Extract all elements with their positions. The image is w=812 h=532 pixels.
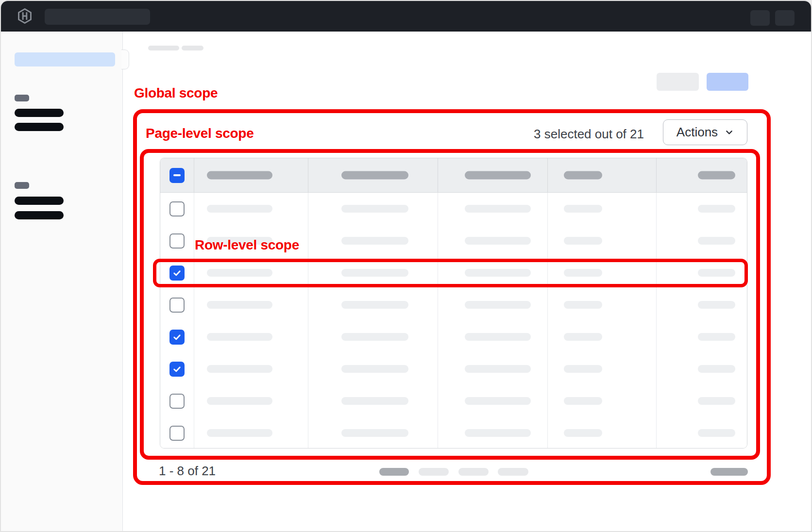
table-row (160, 321, 747, 353)
search-input-skeleton[interactable] (45, 9, 150, 25)
table-row (160, 385, 747, 417)
cell-skeleton (564, 397, 602, 405)
cell-skeleton (207, 397, 272, 405)
topbar (1, 1, 811, 32)
cell-skeleton (564, 365, 602, 373)
cell-skeleton (465, 397, 531, 405)
row-checkbox[interactable] (169, 330, 185, 345)
column-header-skeleton (341, 171, 408, 180)
cell-skeleton (564, 301, 602, 309)
breadcrumb-skeleton[interactable] (182, 46, 203, 50)
table-row (160, 353, 747, 385)
row-checkbox[interactable] (169, 298, 185, 313)
table-header-row (160, 158, 747, 193)
column-header-skeleton (207, 171, 272, 180)
sidebar-section-label-skeleton (15, 182, 29, 189)
cell-skeleton (564, 205, 602, 213)
row-checkbox[interactable] (169, 201, 185, 216)
table-row (160, 417, 747, 449)
cell-skeleton (207, 237, 272, 245)
cell-skeleton (465, 301, 531, 309)
cell-skeleton (341, 205, 408, 213)
cell-skeleton (465, 333, 531, 341)
table-body (160, 193, 747, 449)
cell-skeleton (698, 205, 735, 213)
sidebar (1, 32, 123, 532)
cell-skeleton (207, 333, 272, 341)
sidebar-section-label-skeleton (15, 95, 29, 101)
row-checkbox[interactable] (169, 426, 185, 441)
column-header-skeleton (698, 171, 735, 180)
table-row (160, 225, 747, 257)
cell-skeleton (698, 429, 735, 437)
cell-skeleton (207, 365, 272, 373)
cell-skeleton (207, 205, 272, 213)
data-table (160, 158, 747, 449)
cell-skeleton (341, 397, 408, 405)
table-row (160, 193, 747, 225)
cell-skeleton (698, 365, 735, 373)
cell-skeleton (698, 301, 735, 309)
cell-skeleton (698, 397, 735, 405)
cell-skeleton (207, 269, 272, 277)
pagination-range-label: 1 - 8 of 21 (159, 464, 216, 479)
pagination-control-skeleton[interactable] (458, 468, 489, 476)
primary-button-skeleton[interactable] (707, 73, 748, 91)
sidebar-nav-item-skeleton[interactable] (15, 211, 64, 219)
column-header-skeleton (465, 171, 531, 180)
column-header-skeleton (564, 171, 602, 180)
cell-skeleton (564, 237, 602, 245)
page-scope-label: Page-level scope (146, 126, 254, 141)
pagination-control-skeleton[interactable] (498, 468, 528, 476)
cell-skeleton (341, 333, 408, 341)
pagination-control-skeleton[interactable] (379, 468, 409, 476)
table-row (160, 289, 747, 321)
actions-button-label: Actions (677, 125, 718, 140)
cell-skeleton (341, 237, 408, 245)
sidebar-active-item-skeleton[interactable] (15, 52, 115, 66)
sidebar-nav-item-skeleton[interactable] (15, 109, 64, 117)
chevron-down-icon (725, 128, 734, 137)
cell-skeleton (564, 269, 602, 277)
sidebar-collapse-handle[interactable] (121, 50, 129, 69)
cell-skeleton (564, 429, 602, 437)
cell-skeleton (564, 333, 602, 341)
table-row (160, 257, 747, 289)
cell-skeleton (207, 429, 272, 437)
user-menu-skeleton[interactable] (775, 10, 795, 26)
row-checkbox[interactable] (169, 362, 185, 377)
hashicorp-logo-icon[interactable] (17, 8, 33, 24)
cell-skeleton (465, 429, 531, 437)
secondary-button-skeleton[interactable] (657, 73, 699, 91)
selection-summary: 3 selected out of 21 (534, 127, 644, 142)
sidebar-nav-item-skeleton[interactable] (15, 197, 64, 205)
cell-skeleton (341, 429, 408, 437)
cell-skeleton (341, 365, 408, 373)
cell-skeleton (465, 205, 531, 213)
help-button-skeleton[interactable] (750, 10, 770, 26)
cell-skeleton (341, 269, 408, 277)
row-checkbox[interactable] (169, 233, 185, 249)
cell-skeleton (698, 269, 735, 277)
row-checkbox[interactable] (169, 394, 185, 409)
cell-skeleton (465, 365, 531, 373)
cell-skeleton (465, 237, 531, 245)
sidebar-nav-item-skeleton[interactable] (15, 123, 64, 131)
cell-skeleton (207, 301, 272, 309)
pagination-control-skeleton[interactable] (710, 468, 748, 476)
cell-skeleton (341, 301, 408, 309)
select-all-checkbox[interactable] (169, 168, 185, 183)
row-checkbox[interactable] (169, 266, 185, 281)
actions-button[interactable]: Actions (663, 119, 747, 145)
cell-skeleton (698, 237, 735, 245)
pagination-control-skeleton[interactable] (419, 468, 449, 476)
cell-skeleton (698, 333, 735, 341)
breadcrumb-skeleton[interactable] (148, 46, 179, 50)
app-window: 3 selected out of 21 Actions (0, 0, 812, 532)
global-scope-label: Global scope (134, 85, 218, 101)
cell-skeleton (465, 269, 531, 277)
